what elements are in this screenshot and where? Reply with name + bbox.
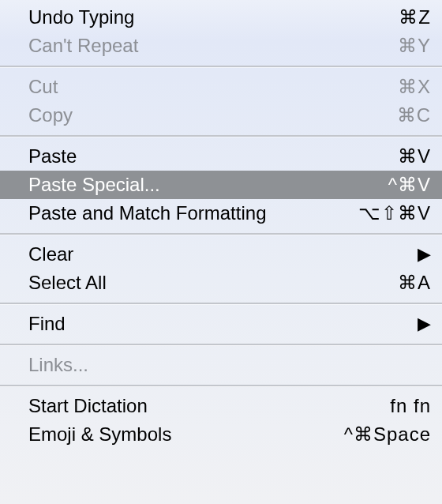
menu-item-shortcut: ⌘Y — [398, 35, 431, 57]
menu-item-shortcut: ⌥⇧⌘V — [358, 202, 431, 224]
menu-item-label: Undo Typing — [28, 6, 399, 28]
menu-item-emoji[interactable]: Emoji & Symbols ^⌘Space — [0, 420, 442, 449]
menu-separator — [0, 344, 442, 345]
menu-item-paste-match[interactable]: Paste and Match Formatting ⌥⇧⌘V — [0, 199, 442, 228]
menu-separator — [0, 385, 442, 386]
menu-item-shortcut: ⌘V — [398, 145, 431, 167]
menu-item-select-all[interactable]: Select All ⌘A — [0, 269, 442, 297]
menu-item-paste[interactable]: Paste ⌘V — [0, 142, 442, 171]
menu-separator — [0, 303, 442, 304]
menu-item-shortcut: ⌘X — [398, 76, 431, 98]
menu-item-label: Cut — [28, 76, 398, 98]
menu-item-repeat: Can't Repeat ⌘Y — [0, 32, 442, 60]
menu-item-label: Paste — [28, 145, 398, 167]
menu-item-shortcut: ^⌘V — [388, 174, 431, 196]
menu-item-clear[interactable]: Clear ▶ — [0, 240, 442, 269]
menu-separator — [0, 233, 442, 235]
submenu-arrow-icon: ▶ — [418, 246, 431, 263]
menu-item-shortcut: fn fn — [390, 395, 431, 417]
menu-item-find[interactable]: Find ▶ — [0, 310, 442, 338]
menu-separator — [0, 66, 442, 67]
menu-item-cut: Cut ⌘X — [0, 73, 442, 101]
menu-item-shortcut: ⌘Z — [399, 6, 431, 28]
menu-item-label: Emoji & Symbols — [28, 423, 344, 446]
menu-item-paste-special[interactable]: Paste Special... ^⌘V — [0, 171, 442, 199]
menu-item-shortcut: ⌘A — [398, 272, 431, 294]
menu-item-label: Paste and Match Formatting — [28, 202, 358, 224]
edit-menu: Undo Typing ⌘Z Can't Repeat ⌘Y Cut ⌘X Co… — [0, 0, 442, 449]
menu-item-dictation[interactable]: Start Dictation fn fn — [0, 392, 442, 420]
submenu-arrow-icon: ▶ — [418, 315, 431, 333]
menu-item-shortcut: ⌘C — [397, 104, 431, 126]
menu-item-copy: Copy ⌘C — [0, 101, 442, 130]
menu-item-shortcut: ^⌘Space — [344, 423, 431, 446]
menu-item-undo[interactable]: Undo Typing ⌘Z — [0, 3, 442, 32]
menu-item-label: Copy — [28, 104, 397, 126]
menu-item-label: Paste Special... — [28, 174, 388, 196]
menu-item-label: Select All — [28, 272, 398, 294]
menu-item-label: Start Dictation — [28, 395, 390, 417]
menu-item-label: Clear — [28, 243, 418, 265]
menu-item-label: Can't Repeat — [28, 35, 398, 57]
menu-item-label: Links... — [28, 354, 431, 376]
menu-item-links: Links... — [0, 351, 442, 379]
menu-item-label: Find — [28, 313, 418, 335]
menu-separator — [0, 135, 442, 137]
